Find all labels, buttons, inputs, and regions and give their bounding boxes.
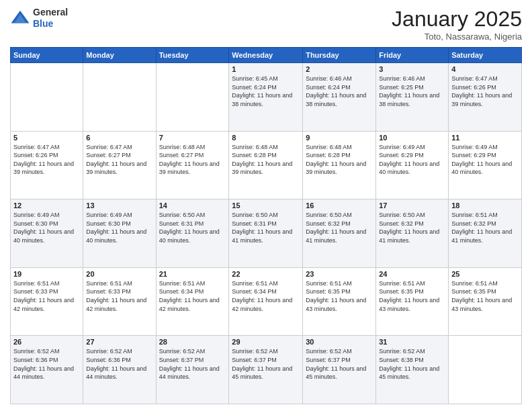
day-info: Sunrise: 6:50 AM Sunset: 6:32 PM Dayligh… <box>379 211 445 244</box>
col-header-tuesday: Tuesday <box>156 48 229 63</box>
day-info: Sunrise: 6:51 AM Sunset: 6:34 PM Dayligh… <box>232 279 300 313</box>
calendar-cell: 6Sunrise: 6:47 AM Sunset: 6:27 PM Daylig… <box>83 131 156 199</box>
day-number: 27 <box>86 338 152 346</box>
day-number: 17 <box>379 201 445 210</box>
day-info: Sunrise: 6:49 AM Sunset: 6:29 PM Dayligh… <box>379 143 445 177</box>
day-info: Sunrise: 6:51 AM Sunset: 6:32 PM Dayligh… <box>451 211 519 244</box>
day-number: 20 <box>86 270 152 278</box>
month-title: January 2025 <box>392 7 522 32</box>
calendar-week-row: 19Sunrise: 6:51 AM Sunset: 6:33 PM Dayli… <box>11 267 522 336</box>
day-info: Sunrise: 6:52 AM Sunset: 6:37 PM Dayligh… <box>306 347 373 381</box>
calendar-cell: 18Sunrise: 6:51 AM Sunset: 6:32 PM Dayli… <box>449 199 522 268</box>
calendar-cell <box>11 63 83 132</box>
calendar-cell: 27Sunrise: 6:52 AM Sunset: 6:36 PM Dayli… <box>83 336 156 404</box>
day-info: Sunrise: 6:51 AM Sunset: 6:35 PM Dayligh… <box>306 279 373 313</box>
col-header-friday: Friday <box>376 48 449 63</box>
day-number: 2 <box>306 65 373 73</box>
title-block: January 2025 Toto, Nassarawa, Nigeria <box>392 7 522 42</box>
calendar-cell: 26Sunrise: 6:52 AM Sunset: 6:36 PM Dayli… <box>11 336 83 404</box>
calendar-cell <box>449 336 522 404</box>
calendar-cell: 10Sunrise: 6:49 AM Sunset: 6:29 PM Dayli… <box>376 131 449 199</box>
day-number: 22 <box>232 270 300 278</box>
calendar-header-row: SundayMondayTuesdayWednesdayThursdayFrid… <box>11 48 522 63</box>
day-number: 19 <box>13 270 80 278</box>
calendar-cell: 17Sunrise: 6:50 AM Sunset: 6:32 PM Dayli… <box>376 199 449 268</box>
calendar-cell: 22Sunrise: 6:51 AM Sunset: 6:34 PM Dayli… <box>229 267 303 336</box>
day-info: Sunrise: 6:51 AM Sunset: 6:33 PM Dayligh… <box>13 279 80 313</box>
calendar-week-row: 1Sunrise: 6:45 AM Sunset: 6:24 PM Daylig… <box>11 63 522 132</box>
calendar-cell: 28Sunrise: 6:52 AM Sunset: 6:37 PM Dayli… <box>156 336 229 404</box>
calendar-cell: 15Sunrise: 6:50 AM Sunset: 6:31 PM Dayli… <box>229 199 303 268</box>
day-number: 24 <box>379 270 445 278</box>
col-header-monday: Monday <box>83 48 156 63</box>
logo: General Blue <box>10 7 68 30</box>
day-info: Sunrise: 6:46 AM Sunset: 6:24 PM Dayligh… <box>306 75 373 108</box>
calendar-cell: 21Sunrise: 6:51 AM Sunset: 6:34 PM Dayli… <box>156 267 229 336</box>
day-number: 9 <box>306 134 373 142</box>
day-info: Sunrise: 6:51 AM Sunset: 6:33 PM Dayligh… <box>86 279 152 313</box>
calendar-cell: 5Sunrise: 6:47 AM Sunset: 6:26 PM Daylig… <box>11 131 83 199</box>
day-number: 23 <box>306 270 373 278</box>
day-number: 13 <box>86 201 152 210</box>
logo-blue: Blue <box>33 18 53 29</box>
calendar-cell: 20Sunrise: 6:51 AM Sunset: 6:33 PM Dayli… <box>83 267 156 336</box>
calendar-cell: 8Sunrise: 6:48 AM Sunset: 6:28 PM Daylig… <box>229 131 303 199</box>
calendar-cell: 16Sunrise: 6:50 AM Sunset: 6:32 PM Dayli… <box>303 199 376 268</box>
day-number: 12 <box>13 201 80 210</box>
day-info: Sunrise: 6:49 AM Sunset: 6:29 PM Dayligh… <box>451 143 519 177</box>
day-info: Sunrise: 6:49 AM Sunset: 6:30 PM Dayligh… <box>86 211 152 244</box>
calendar-cell: 13Sunrise: 6:49 AM Sunset: 6:30 PM Dayli… <box>83 199 156 268</box>
calendar-week-row: 26Sunrise: 6:52 AM Sunset: 6:36 PM Dayli… <box>11 336 522 404</box>
calendar-week-row: 12Sunrise: 6:49 AM Sunset: 6:30 PM Dayli… <box>11 199 522 268</box>
calendar-cell: 2Sunrise: 6:46 AM Sunset: 6:24 PM Daylig… <box>303 63 376 132</box>
day-info: Sunrise: 6:52 AM Sunset: 6:38 PM Dayligh… <box>379 347 445 381</box>
day-number: 21 <box>159 270 226 278</box>
calendar-cell: 14Sunrise: 6:50 AM Sunset: 6:31 PM Dayli… <box>156 199 229 268</box>
day-number: 26 <box>13 338 80 346</box>
calendar-cell: 1Sunrise: 6:45 AM Sunset: 6:24 PM Daylig… <box>229 63 303 132</box>
day-info: Sunrise: 6:46 AM Sunset: 6:25 PM Dayligh… <box>379 75 445 108</box>
day-number: 10 <box>379 134 445 142</box>
day-number: 14 <box>159 201 226 210</box>
calendar-cell: 25Sunrise: 6:51 AM Sunset: 6:35 PM Dayli… <box>449 267 522 336</box>
day-info: Sunrise: 6:47 AM Sunset: 6:26 PM Dayligh… <box>451 75 519 108</box>
day-info: Sunrise: 6:47 AM Sunset: 6:26 PM Dayligh… <box>13 143 80 177</box>
day-info: Sunrise: 6:49 AM Sunset: 6:30 PM Dayligh… <box>13 211 80 244</box>
day-number: 11 <box>451 134 519 142</box>
day-number: 8 <box>232 134 300 142</box>
day-number: 15 <box>232 201 300 210</box>
day-info: Sunrise: 6:48 AM Sunset: 6:28 PM Dayligh… <box>306 143 373 177</box>
logo-general: General <box>33 7 68 17</box>
col-header-saturday: Saturday <box>449 48 522 63</box>
day-info: Sunrise: 6:50 AM Sunset: 6:31 PM Dayligh… <box>232 211 300 244</box>
col-header-wednesday: Wednesday <box>229 48 303 63</box>
calendar-cell: 11Sunrise: 6:49 AM Sunset: 6:29 PM Dayli… <box>449 131 522 199</box>
day-info: Sunrise: 6:52 AM Sunset: 6:37 PM Dayligh… <box>159 347 226 381</box>
day-number: 3 <box>379 65 445 73</box>
calendar-cell: 23Sunrise: 6:51 AM Sunset: 6:35 PM Dayli… <box>303 267 376 336</box>
day-info: Sunrise: 6:48 AM Sunset: 6:28 PM Dayligh… <box>232 143 300 177</box>
page: General Blue January 2025 Toto, Nassaraw… <box>0 0 532 411</box>
calendar-cell: 24Sunrise: 6:51 AM Sunset: 6:35 PM Dayli… <box>376 267 449 336</box>
day-number: 7 <box>159 134 226 142</box>
day-info: Sunrise: 6:47 AM Sunset: 6:27 PM Dayligh… <box>86 143 152 177</box>
day-info: Sunrise: 6:50 AM Sunset: 6:32 PM Dayligh… <box>306 211 373 244</box>
day-number: 4 <box>451 65 519 73</box>
calendar-cell <box>156 63 229 132</box>
header: General Blue January 2025 Toto, Nassaraw… <box>10 7 522 42</box>
calendar-cell: 19Sunrise: 6:51 AM Sunset: 6:33 PM Dayli… <box>11 267 83 336</box>
calendar-cell: 29Sunrise: 6:52 AM Sunset: 6:37 PM Dayli… <box>229 336 303 404</box>
day-info: Sunrise: 6:48 AM Sunset: 6:27 PM Dayligh… <box>159 143 226 177</box>
day-info: Sunrise: 6:52 AM Sunset: 6:36 PM Dayligh… <box>86 347 152 381</box>
day-info: Sunrise: 6:45 AM Sunset: 6:24 PM Dayligh… <box>232 75 300 108</box>
col-header-sunday: Sunday <box>11 48 83 63</box>
day-info: Sunrise: 6:51 AM Sunset: 6:35 PM Dayligh… <box>379 279 445 313</box>
col-header-thursday: Thursday <box>303 48 376 63</box>
day-number: 1 <box>232 65 300 73</box>
day-number: 18 <box>451 201 519 210</box>
logo-icon <box>10 8 30 28</box>
day-number: 6 <box>86 134 152 142</box>
calendar-cell: 9Sunrise: 6:48 AM Sunset: 6:28 PM Daylig… <box>303 131 376 199</box>
day-number: 16 <box>306 201 373 210</box>
day-info: Sunrise: 6:52 AM Sunset: 6:37 PM Dayligh… <box>232 347 300 381</box>
